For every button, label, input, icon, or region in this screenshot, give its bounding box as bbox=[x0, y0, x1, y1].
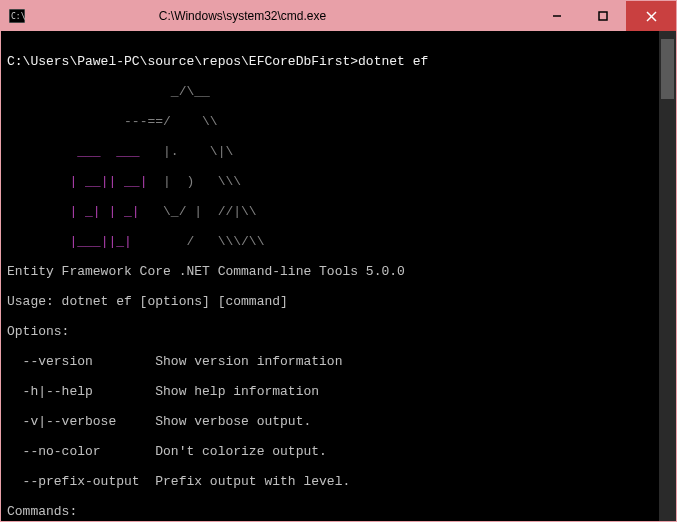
ascii-art-line: ___ ___ |. \|\ bbox=[7, 144, 670, 159]
svg-rect-3 bbox=[599, 12, 607, 20]
window-title: C:\Windows\system32\cmd.exe bbox=[0, 9, 534, 23]
product-line: Entity Framework Core .NET Command-line … bbox=[7, 264, 670, 279]
ascii-art-line: _/\__ bbox=[7, 84, 670, 99]
maximize-button[interactable] bbox=[580, 1, 626, 31]
usage-line: Usage: dotnet ef [options] [command] bbox=[7, 294, 670, 309]
ascii-art-line: | _| | _| \_/ | //|\\ bbox=[7, 204, 670, 219]
option-line: --no-color Don't colorize output. bbox=[7, 444, 670, 459]
window-frame: C:\ C:\Windows\system32\cmd.exe C:\Users… bbox=[0, 0, 677, 522]
option-line: -h|--help Show help information bbox=[7, 384, 670, 399]
command-text: dotnet ef bbox=[358, 54, 428, 69]
ascii-art-line: ---==/ \\ bbox=[7, 114, 670, 129]
window-controls bbox=[534, 1, 676, 31]
commands-header: Commands: bbox=[7, 504, 670, 519]
option-line: --prefix-output Prefix output with level… bbox=[7, 474, 670, 489]
minimize-button[interactable] bbox=[534, 1, 580, 31]
options-header: Options: bbox=[7, 324, 670, 339]
option-line: -v|--verbose Show verbose output. bbox=[7, 414, 670, 429]
scrollbar[interactable] bbox=[659, 31, 676, 521]
ascii-art-line: |___||_| / \\\/\\ bbox=[7, 234, 670, 249]
option-line: --version Show version information bbox=[7, 354, 670, 369]
ascii-art-line: | __|| __| | ) \\\ bbox=[7, 174, 670, 189]
scrollbar-thumb[interactable] bbox=[661, 39, 674, 99]
close-button[interactable] bbox=[626, 1, 676, 31]
terminal-output[interactable]: C:\Users\Pawel-PC\source\repos\EFCoreDbF… bbox=[1, 31, 676, 521]
prompt-line: C:\Users\Pawel-PC\source\repos\EFCoreDbF… bbox=[7, 54, 670, 69]
prompt-path: C:\Users\Pawel-PC\source\repos\EFCoreDbF… bbox=[7, 54, 358, 69]
titlebar[interactable]: C:\ C:\Windows\system32\cmd.exe bbox=[1, 1, 676, 31]
